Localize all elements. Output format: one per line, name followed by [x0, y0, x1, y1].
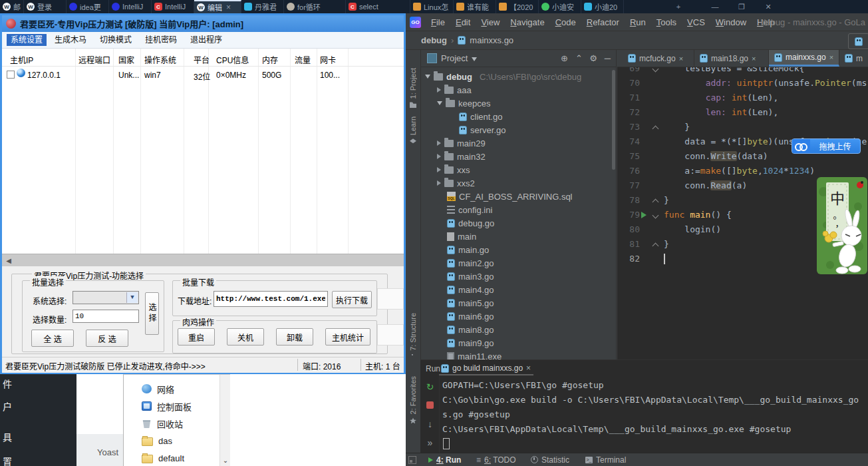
- table-cell[interactable]: 500G: [262, 71, 281, 80]
- browser-tab[interactable]: for循环: [284, 0, 346, 13]
- editor-tab[interactable]: main18.go×: [694, 50, 769, 67]
- window-maximize-button[interactable]: ❐: [732, 0, 752, 13]
- scroll-left-icon[interactable]: ◀: [3, 256, 14, 265]
- chevron-right-icon[interactable]: [437, 140, 441, 146]
- column-header[interactable]: 远程端口: [78, 54, 110, 65]
- browser-tab[interactable]: Linux怎: [410, 0, 454, 13]
- browser-tab[interactable]: IntelliJ: [109, 0, 152, 13]
- project-scrollbar[interactable]: [612, 70, 615, 170]
- statusbar-6-todo[interactable]: ≡6: TODO: [476, 453, 516, 466]
- chevron-down-icon[interactable]: ▼: [126, 292, 138, 303]
- chevron-right-icon[interactable]: [437, 154, 441, 159]
- explorer-item[interactable]: 控制面板: [124, 397, 209, 415]
- menu-file[interactable]: File: [426, 15, 450, 29]
- table-cell[interactable]: 127.0.0.1: [27, 71, 61, 80]
- table-cell[interactable]: Unk...: [118, 71, 139, 80]
- breadcrumb-file[interactable]: mainxxs.go: [470, 35, 513, 45]
- tree-item[interactable]: xxs2: [437, 176, 475, 190]
- app-menu-item[interactable]: 退出程序: [186, 34, 226, 46]
- breadcrumb-root[interactable]: debug: [421, 35, 447, 45]
- gear-icon[interactable]: ⚙: [589, 53, 597, 63]
- tree-item[interactable]: xxs: [437, 163, 470, 176]
- column-header[interactable]: 网卡: [320, 54, 336, 65]
- menu-window[interactable]: Window: [711, 15, 751, 29]
- tab-close-icon[interactable]: ×: [226, 3, 231, 12]
- tab-close-icon[interactable]: ×: [752, 55, 756, 63]
- table-cell[interactable]: win7: [144, 71, 161, 80]
- tree-item[interactable]: CF_AI_BOSS_ARRIVING.sql: [437, 190, 573, 203]
- wp-sidebar-item[interactable]: 置: [3, 455, 12, 466]
- browser-tab[interactable]: 丹雅君: [241, 0, 284, 13]
- select-count-input[interactable]: [72, 310, 139, 323]
- host-table[interactable]: 主机IP远程端口国家操作系统平台CPU信息内存流量网卡127.0.0.1Unk.…: [2, 49, 404, 254]
- column-header[interactable]: 主机IP: [10, 54, 33, 65]
- browser-tab[interactable]: CIntelliJ: [152, 0, 194, 13]
- tree-item[interactable]: main6.go: [437, 310, 494, 323]
- wp-sidebar-item[interactable]: 件: [3, 377, 12, 390]
- column-header[interactable]: 平台: [194, 54, 210, 65]
- chevron-right-icon[interactable]: [437, 167, 441, 172]
- browser-tab[interactable]: 谁有能: [454, 0, 496, 13]
- editor-tab[interactable]: mainxxs.go×: [769, 50, 839, 67]
- fold-icon[interactable]: [652, 199, 659, 206]
- tree-item[interactable]: main8.go: [437, 323, 494, 336]
- run-gutter-icon[interactable]: [641, 212, 647, 218]
- explorer-item[interactable]: 回收站: [124, 415, 209, 432]
- chevron-down-icon[interactable]: [437, 101, 442, 105]
- editor-tab[interactable]: mcfuck.go×: [623, 50, 694, 67]
- browser-tab[interactable]: W邮: [0, 0, 24, 13]
- column-header[interactable]: CPU信息: [216, 54, 249, 65]
- collapse-all-icon[interactable]: ⌃: [575, 53, 583, 63]
- menu-code[interactable]: Code: [551, 15, 581, 29]
- select-all-button[interactable]: 全 选: [31, 330, 74, 347]
- tree-item[interactable]: debug.go: [437, 216, 494, 230]
- locate-icon[interactable]: ⊕: [561, 53, 568, 63]
- chevron-down-icon[interactable]: ⌄: [222, 457, 229, 464]
- browser-tab[interactable]: idea更: [67, 0, 109, 13]
- tool-button-learn[interactable]: Learn: [406, 116, 420, 144]
- system-select-dropdown[interactable]: ▼: [72, 291, 139, 304]
- wp-sidebar-item[interactable]: 具: [3, 430, 12, 443]
- tree-item[interactable]: main9.go: [437, 336, 494, 350]
- tool-button-structure[interactable]: 7: Structure: [406, 313, 420, 357]
- run-config-selector[interactable]: [848, 33, 868, 49]
- tree-item[interactable]: client.go: [449, 110, 502, 123]
- wp-sidebar-item[interactable]: 户: [3, 399, 12, 413]
- fold-icon[interactable]: [652, 243, 659, 250]
- invert-select-button[interactable]: 反 选: [86, 330, 128, 347]
- browser-tab[interactable]: W登录: [24, 0, 67, 13]
- menu-view[interactable]: View: [476, 15, 504, 29]
- tree-item[interactable]: main2.go: [437, 256, 494, 270]
- app-menu-item[interactable]: 挂机密码: [141, 34, 181, 46]
- column-header[interactable]: 内存: [262, 54, 278, 65]
- tool-button-project[interactable]: 1: Project: [406, 68, 420, 108]
- horizontal-scrollbar[interactable]: ◀: [2, 254, 404, 266]
- app-menu-item[interactable]: 切换模式: [96, 34, 136, 46]
- statusbar-terminal[interactable]: >_Terminal: [585, 453, 626, 466]
- table-cell[interactable]: 32位: [194, 71, 210, 82]
- tree-item[interactable]: aaa: [437, 83, 472, 97]
- explorer-item[interactable]: default: [124, 449, 209, 466]
- download-url-input[interactable]: [214, 291, 328, 307]
- new-tab-button[interactable]: +: [668, 0, 688, 13]
- app-menu-item[interactable]: 生成木马: [51, 34, 90, 46]
- tree-item[interactable]: main.go: [437, 243, 489, 256]
- chevron-down-icon[interactable]: [425, 75, 430, 79]
- chevron-right-icon[interactable]: [437, 87, 441, 93]
- browser-tab[interactable]: 小迪安: [539, 0, 581, 13]
- tree-item[interactable]: main: [437, 230, 476, 243]
- hide-panel-icon[interactable]: ─: [605, 53, 611, 63]
- table-cell[interactable]: 0×0MHz: [216, 71, 246, 80]
- menu-edit[interactable]: Edit: [451, 15, 475, 29]
- tree-item[interactable]: main32: [437, 150, 486, 163]
- menu-run[interactable]: Run: [625, 15, 651, 29]
- panel-stub-button-1[interactable]: [377, 288, 404, 310]
- statusbar-4-run[interactable]: 4: Run: [428, 453, 461, 466]
- menu-refactor[interactable]: Refactor: [582, 15, 624, 29]
- exec-download-button[interactable]: 执行下载: [332, 291, 372, 308]
- tree-item[interactable]: keepces: [437, 97, 490, 110]
- browser-tab[interactable]: Cselect: [346, 0, 410, 13]
- run-tab-close-icon[interactable]: ×: [526, 363, 531, 373]
- chevron-right-icon[interactable]: [437, 180, 441, 186]
- tree-item[interactable]: config.ini: [437, 203, 492, 216]
